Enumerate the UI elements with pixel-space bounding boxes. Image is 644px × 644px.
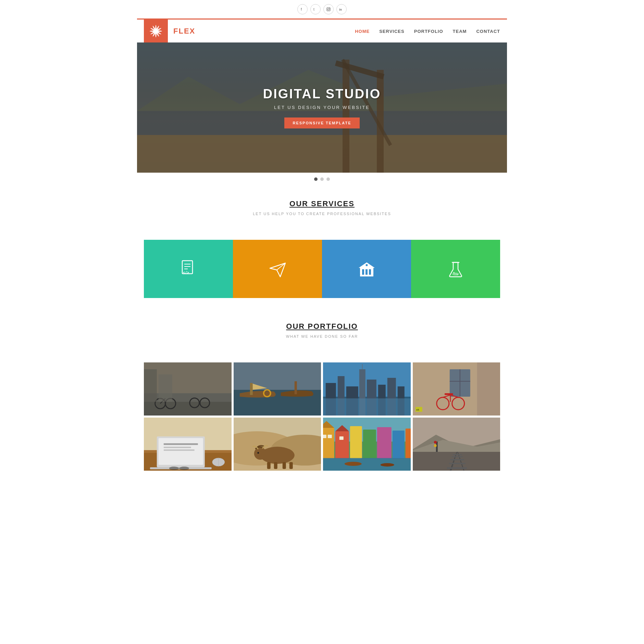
portfolio-item-4[interactable]: 45 [413,362,500,416]
svg-text:t: t [313,8,314,11]
svg-rect-83 [413,362,500,416]
portfolio-item-7[interactable] [323,418,411,471]
svg-point-38 [457,274,458,275]
portfolio-title: OUR PORTFOLIO [144,322,500,331]
nav-portfolio[interactable]: PORTFOLIO [414,28,443,34]
logo-box [144,19,168,43]
code-icon: </> [178,259,199,279]
logo-text: FLEX [173,27,355,36]
dot-3[interactable] [326,177,330,181]
service-card-send[interactable] [233,240,322,298]
portfolio-grid: 45 [144,362,500,471]
svg-rect-33 [369,269,371,275]
instagram-icon[interactable] [323,4,334,14]
svg-text:</>: </> [183,271,189,274]
svg-point-34 [366,264,368,266]
service-card-code[interactable]: </> [144,240,233,298]
portfolio-item-6[interactable] [234,418,321,471]
svg-point-3 [328,9,330,10]
services-subtitle: LET US HELP YOU TO CREATE PROFESSIONAL W… [144,212,500,216]
service-card-building[interactable] [322,240,411,298]
svg-text:f: f [301,7,302,11]
logo-icon [148,24,163,39]
svg-rect-98 [144,418,232,471]
portfolio-item-8[interactable] [413,418,500,471]
linkedin-icon[interactable]: in [336,4,347,14]
social-bar: f t in [137,0,507,18]
service-card-flask[interactable] [411,240,500,298]
nav-links: HOME SERVICES PORTFOLIO TEAM CONTACT [355,28,500,34]
svg-point-36 [452,273,459,275]
dot-2[interactable] [320,177,324,181]
svg-rect-32 [366,269,368,275]
portfolio-item-1[interactable] [144,362,232,416]
portfolio-item-2[interactable] [234,362,321,416]
nav-services[interactable]: SERVICES [379,28,405,34]
hero-title: DIGITAL STUDIO [263,87,381,101]
send-icon [268,260,287,278]
svg-rect-56 [234,362,321,416]
nav-home[interactable]: HOME [355,28,370,34]
svg-text:in: in [339,8,342,11]
svg-point-37 [453,272,455,273]
slider-dots [137,173,507,186]
svg-rect-143 [413,418,500,471]
nav-team[interactable]: TEAM [453,28,467,34]
nav-contact[interactable]: CONTACT [476,28,500,34]
portfolio-item-5[interactable] [144,418,232,471]
svg-point-4 [329,8,330,9]
svg-rect-110 [234,418,321,471]
hero-cta-button[interactable]: RESPONSIVE TEMPLATE [284,117,359,128]
navbar: FLEX HOME SERVICES PORTFOLIO TEAM CONTAC… [137,18,507,42]
twitter-icon[interactable]: t [310,4,321,14]
hero-content: DIGITAL STUDIO LET US DESIGN YOUR WEBSIT… [263,87,381,128]
services-section: OUR SERVICES LET US HELP YOU TO CREATE P… [137,186,507,240]
portfolio-section: OUR PORTFOLIO WHAT WE HAVE DONE SO FAR [137,308,507,362]
building-icon [357,260,376,278]
svg-rect-31 [362,269,364,275]
hero-section: DIGITAL STUDIO LET US DESIGN YOUR WEBSIT… [137,42,507,173]
hero-subtitle: LET US DESIGN YOUR WEBSITE [263,105,381,110]
facebook-icon[interactable]: f [297,4,308,14]
dot-1[interactable] [314,177,318,181]
flask-icon [447,260,464,278]
svg-rect-69 [323,362,411,416]
portfolio-subtitle: WHAT WE HAVE DONE SO FAR [144,334,500,338]
services-grid: </> [144,240,500,298]
svg-rect-29 [360,275,373,276]
services-title: OUR SERVICES [144,199,500,208]
svg-rect-49 [144,362,232,416]
portfolio-item-3[interactable] [323,362,411,416]
svg-rect-129 [323,418,411,471]
